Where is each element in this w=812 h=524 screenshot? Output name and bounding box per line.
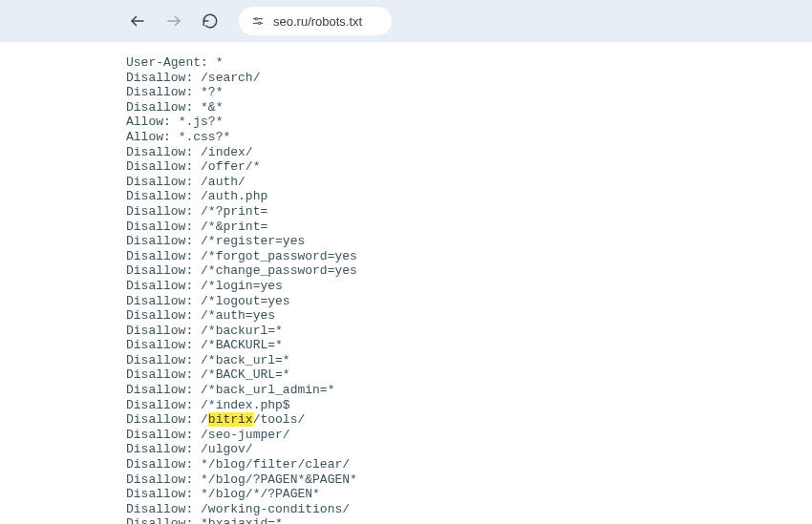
path-text: /working-conditions/ bbox=[201, 502, 350, 516]
directive-text: Disallow: bbox=[126, 324, 193, 338]
directive-text: Disallow: bbox=[126, 294, 193, 308]
highlight-text: bitrix bbox=[208, 412, 253, 427]
robots-line: Disallow: /*back_url_admin=* bbox=[126, 383, 812, 398]
robots-line: Disallow: */blog/*/?PAGEN* bbox=[126, 487, 812, 502]
path-text: /auth/ bbox=[201, 175, 246, 189]
path-text: /*backurl=* bbox=[201, 324, 283, 338]
path-text: /*back_url=* bbox=[201, 353, 290, 367]
directive-text: Disallow: bbox=[126, 412, 193, 427]
directive-text: Disallow: bbox=[126, 487, 193, 501]
robots-line: Disallow: /*backurl=* bbox=[126, 324, 812, 339]
directive-text: Disallow: bbox=[126, 100, 193, 115]
directive-text: Disallow: bbox=[126, 145, 193, 159]
robots-line: Disallow: *bxajaxid=* bbox=[126, 516, 812, 524]
forward-button[interactable] bbox=[159, 6, 189, 36]
directive-text: Disallow: bbox=[126, 71, 193, 85]
directive-text: Disallow: bbox=[126, 428, 193, 442]
directive-text: Disallow: bbox=[126, 204, 193, 219]
directive-text: Disallow: bbox=[126, 308, 193, 323]
directive-text: Disallow: bbox=[126, 338, 193, 352]
path-text: /*index.php$ bbox=[201, 398, 290, 412]
path-text: *.js?* bbox=[179, 115, 224, 129]
directive-text: Disallow: bbox=[126, 367, 193, 382]
directive-text: Disallow: bbox=[126, 279, 193, 293]
path-text: */blog/?PAGEN*&PAGEN* bbox=[201, 472, 357, 487]
path-text: *&* bbox=[201, 100, 223, 115]
arrow-left-icon bbox=[129, 12, 146, 30]
robots-line: Disallow: /*BACK_URL=* bbox=[126, 367, 812, 383]
back-button[interactable] bbox=[122, 6, 153, 36]
directive-text: Disallow: bbox=[126, 472, 193, 487]
path-text: /*login=yes bbox=[201, 279, 283, 293]
robots-line: Disallow: /bitrix/tools/ bbox=[126, 412, 812, 428]
robots-line: Disallow: /*auth=yes bbox=[126, 308, 812, 324]
robots-line: Disallow: /offer/* bbox=[126, 159, 812, 175]
robots-line: Allow: *.js?* bbox=[126, 115, 812, 130]
site-settings-icon[interactable] bbox=[250, 13, 266, 29]
path-text: /offer/* bbox=[201, 159, 260, 174]
robots-line: Disallow: */blog/?PAGEN*&PAGEN* bbox=[126, 472, 812, 488]
directive-text: Disallow: bbox=[126, 234, 193, 248]
path-text: /*BACK_URL=* bbox=[201, 367, 290, 382]
directive-text: Disallow: bbox=[126, 263, 193, 278]
directive-text: Disallow: bbox=[126, 175, 193, 189]
robots-line: User-Agent: * bbox=[126, 55, 812, 71]
robots-line: Disallow: /*forgot_password=yes bbox=[126, 249, 812, 264]
path-text: /*register=yes bbox=[201, 234, 305, 248]
robots-line: Disallow: /search/ bbox=[126, 71, 812, 86]
arrow-right-icon bbox=[165, 12, 182, 30]
robots-line: Disallow: /seo-jumper/ bbox=[126, 428, 812, 443]
robots-line: Disallow: */blog/filter/clear/ bbox=[126, 457, 812, 472]
robots-line: Disallow: /ulgov/ bbox=[126, 442, 812, 457]
robots-line: Disallow: /auth/ bbox=[126, 175, 812, 190]
reload-button[interactable] bbox=[195, 6, 225, 36]
path-text: /auth.php bbox=[201, 189, 267, 203]
directive-text: Disallow: bbox=[126, 249, 193, 263]
path-text: /tools/ bbox=[253, 412, 306, 427]
path-text: /ulgov/ bbox=[201, 442, 253, 456]
directive-text: Disallow: bbox=[126, 442, 193, 456]
path-text: *.css?* bbox=[179, 130, 231, 144]
directive-text: Disallow: bbox=[126, 383, 193, 397]
path-text: *?* bbox=[201, 85, 223, 99]
robots-line: Disallow: /*&print= bbox=[126, 220, 812, 235]
address-bar[interactable]: seo.ru/robots.txt bbox=[239, 7, 392, 35]
path-text: /*back_url_admin=* bbox=[201, 383, 334, 397]
browser-toolbar: seo.ru/robots.txt bbox=[0, 0, 812, 42]
robots-line: Disallow: /*register=yes bbox=[126, 234, 812, 249]
robots-line: Disallow: /auth.php bbox=[126, 189, 812, 204]
path-text: /*forgot_password=yes bbox=[201, 249, 357, 263]
directive-text: Allow: bbox=[126, 115, 171, 129]
path-text: /*auth=yes bbox=[201, 308, 275, 323]
robots-line: Disallow: /*login=yes bbox=[126, 279, 812, 294]
robots-line: Disallow: /*BACKURL=* bbox=[126, 338, 812, 353]
robots-line: Disallow: /*index.php$ bbox=[126, 398, 812, 413]
path-text: *bxajaxid=* bbox=[201, 516, 283, 524]
reload-icon bbox=[202, 12, 219, 30]
path-text: /*change_password=yes bbox=[201, 263, 357, 278]
path-text: / bbox=[201, 412, 208, 427]
path-text: * bbox=[216, 55, 224, 70]
path-text: /index/ bbox=[201, 145, 253, 159]
robots-line: Disallow: /*?print= bbox=[126, 204, 812, 220]
directive-text: Allow: bbox=[126, 130, 171, 144]
svg-point-4 bbox=[255, 18, 257, 20]
path-text: /seo-jumper/ bbox=[201, 428, 290, 442]
directive-text: Disallow: bbox=[126, 502, 193, 516]
robots-line: Disallow: /index/ bbox=[126, 145, 812, 160]
robots-content: User-Agent: *Disallow: /search/Disallow:… bbox=[0, 42, 812, 524]
directive-text: Disallow: bbox=[126, 457, 193, 472]
path-text: */blog/filter/clear/ bbox=[201, 457, 350, 472]
robots-line: Disallow: *&* bbox=[126, 100, 812, 115]
robots-line: Disallow: /working-conditions/ bbox=[126, 502, 812, 517]
url-text: seo.ru/robots.txt bbox=[273, 14, 362, 29]
path-text: */blog/*/?PAGEN* bbox=[201, 487, 320, 501]
path-text: /search/ bbox=[201, 71, 260, 85]
robots-line: Allow: *.css?* bbox=[126, 130, 812, 145]
robots-line: Disallow: /*change_password=yes bbox=[126, 263, 812, 279]
directive-text: Disallow: bbox=[126, 189, 193, 203]
path-text: /*BACKURL=* bbox=[201, 338, 283, 352]
path-text: /*?print= bbox=[201, 204, 267, 219]
path-text: /*logout=yes bbox=[201, 294, 290, 308]
svg-point-5 bbox=[259, 22, 261, 24]
